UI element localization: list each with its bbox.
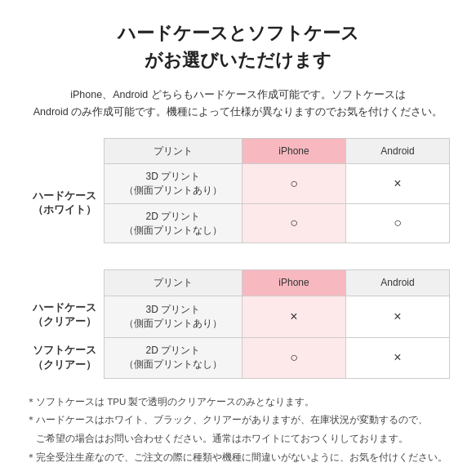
table-section-2: プリント iPhone Android ハードケース（クリアー）ソフトケース（ク… <box>26 269 450 378</box>
table-section-1: プリント iPhone Android ハードケース（ホワイト） 3D プリント… <box>26 138 450 244</box>
table2-row1-print: 3D プリント（側面プリントあり） <box>104 296 242 337</box>
comparison-table-1: プリント iPhone Android ハードケース（ホワイト） 3D プリント… <box>26 138 450 244</box>
table1-header-android: Android <box>346 138 450 164</box>
note-3: ご希望の場合はお問い合わせください。通常はホワイトにておつくりしております。 <box>26 430 450 447</box>
table2-row2-print: 2D プリント（側面プリントなし） <box>104 337 242 378</box>
table1-header-print: プリント <box>104 138 242 164</box>
note-2: ＊ハードケースはホワイト、ブラック、クリアーがありますが、在庫状況が変動するので… <box>26 411 450 429</box>
table1-row-label: ハードケース（ホワイト） <box>26 164 104 243</box>
table1-corner <box>26 138 104 164</box>
table2-row1-android: × <box>346 296 450 337</box>
main-title: ハードケースとソフトケース がお選びいただけます <box>26 20 450 73</box>
table1-row1-print: 3D プリント（側面プリントあり） <box>104 164 242 204</box>
table2-header-android: Android <box>346 270 450 296</box>
table2-header-print: プリント <box>104 270 242 296</box>
description-text: iPhone、Android どちらもハードケース作成可能です。ソフトケースは … <box>26 87 450 122</box>
table1-row1-iphone: ○ <box>242 164 346 204</box>
comparison-table-2: プリント iPhone Android ハードケース（クリアー）ソフトケース（ク… <box>26 269 450 378</box>
table2-row-label: ハードケース（クリアー）ソフトケース（クリアー） <box>26 296 104 379</box>
table1-row2-print: 2D プリント（側面プリントなし） <box>104 203 242 243</box>
table-row: ハードケース（ホワイト） 3D プリント（側面プリントあり） ○ × <box>26 164 450 204</box>
table1-row1-android: × <box>346 164 450 204</box>
table1-row2-iphone: ○ <box>242 203 346 243</box>
note-4: ＊完全受注生産なので、ご注文の際に種類や機種に間違いがないように、お気を付けくだ… <box>26 449 450 466</box>
table2-row2-iphone: ○ <box>242 337 346 378</box>
table2-row1-iphone: × <box>242 296 346 337</box>
table2-row2-android: × <box>346 337 450 378</box>
notes-section: ＊ソフトケースは TPU 製で透明のクリアケースのみとなります。 ＊ハードケース… <box>26 394 450 466</box>
note-1: ＊ソフトケースは TPU 製で透明のクリアケースのみとなります。 <box>26 394 450 411</box>
table1-row2-android: ○ <box>346 203 450 243</box>
table2-corner <box>26 270 104 296</box>
table-row: ハードケース（クリアー）ソフトケース（クリアー） 3D プリント（側面プリントあ… <box>26 296 450 337</box>
table1-header-iphone: iPhone <box>242 138 346 164</box>
table2-header-iphone: iPhone <box>242 270 346 296</box>
